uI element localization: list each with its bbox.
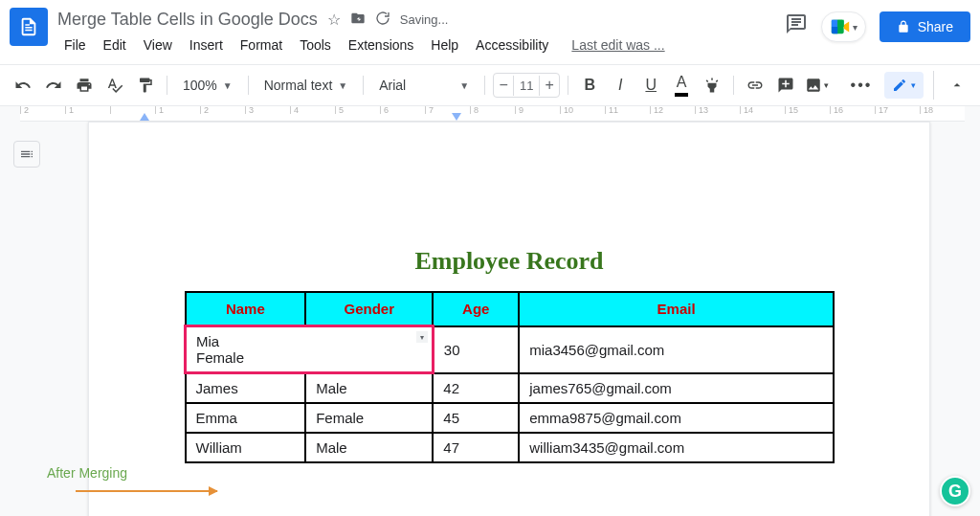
header-name[interactable]: Name [186,292,306,326]
paint-format-button[interactable] [132,72,159,99]
cloud-status-icon[interactable] [375,11,390,30]
grammarly-icon[interactable]: G [940,476,970,506]
cell[interactable]: william3435@gmail.com [519,433,834,462]
menu-view[interactable]: View [137,34,179,56]
meet-button[interactable]: ▾ [821,11,866,42]
menu-format[interactable]: Format [234,34,289,56]
cell[interactable]: James [186,373,306,404]
cell[interactable]: 42 [433,373,519,404]
app-header: Merge Table Cells in Google Docs ☆ Savin… [0,0,980,64]
fontsize-decrease[interactable]: − [494,74,513,97]
merged-cell[interactable]: ▾ Mia Female [186,326,434,373]
document-page[interactable]: After Merging Employee Record Name Gende… [88,122,930,516]
table-row: William Male 47 william3435@gmail.com [186,433,835,462]
cell[interactable]: Emma [186,403,306,433]
add-comment-button[interactable] [772,72,799,99]
italic-button[interactable]: I [607,72,634,99]
title-row: Merge Table Cells in Google Docs ☆ Savin… [57,6,785,30]
main-area: After Merging Employee Record Name Gende… [0,122,980,516]
move-icon[interactable] [350,11,366,30]
cell[interactable]: Male [305,373,433,404]
bold-button[interactable]: B [576,72,603,99]
last-edit-link[interactable]: Last edit was ... [565,34,671,56]
menu-accessibility[interactable]: Accessibility [469,34,555,56]
cell[interactable]: emma9875@gmail.com [519,403,834,433]
cell[interactable]: 47 [433,433,519,462]
menubar: File Edit View Insert Format Tools Exten… [57,30,785,64]
cell[interactable]: Male [305,433,433,462]
menu-tools[interactable]: Tools [293,34,338,56]
cell[interactable]: 45 [433,403,519,433]
header-age[interactable]: Age [433,292,519,326]
fontsize-value[interactable]: 11 [513,76,540,96]
annotation-arrow [76,490,217,492]
mode-dropdown[interactable]: ▾ [884,72,924,99]
insert-image-button[interactable]: ▾ [803,72,830,99]
comment-history-icon[interactable] [785,12,808,41]
menu-edit[interactable]: Edit [97,34,133,56]
print-button[interactable] [71,72,98,99]
share-label: Share [918,19,953,34]
cell[interactable]: Female [305,403,433,433]
highlight-button[interactable] [699,72,725,99]
cell[interactable]: William [186,433,306,462]
saving-status: Saving... [400,12,449,27]
right-indent-marker[interactable] [452,113,461,121]
hide-menus-button[interactable] [944,72,970,99]
outline-icon[interactable] [13,141,40,168]
redo-button[interactable] [40,72,67,99]
spellcheck-button[interactable] [101,72,128,99]
link-button[interactable] [742,72,768,99]
menu-extensions[interactable]: Extensions [342,34,420,56]
header-gender[interactable]: Gender [305,292,433,326]
svg-rect-2 [837,20,843,27]
header-email[interactable]: Email [519,292,834,326]
more-button[interactable]: ••• [848,72,875,99]
cell-dropdown-icon[interactable]: ▾ [416,331,428,343]
underline-button[interactable]: U [637,72,664,99]
svg-rect-1 [831,20,836,27]
docs-icon[interactable] [10,8,48,46]
font-dropdown[interactable]: Arial▼ [371,74,477,97]
font-size-control[interactable]: − 11 + [493,73,560,98]
text-color-button[interactable]: A [668,72,695,99]
document-title[interactable]: Employee Record [89,247,929,276]
menu-help[interactable]: Help [424,34,465,56]
menu-file[interactable]: File [57,34,93,56]
star-icon[interactable]: ☆ [327,11,341,29]
toolbar: 100%▼ Normal text▼ Arial▼ − 11 + B I U A… [0,64,980,106]
table-row: James Male 42 james765@gmail.com [186,373,835,404]
cell-age[interactable]: 30 [433,326,519,373]
table-row: ▾ Mia Female 30 mia3456@gmail.com [186,326,835,373]
employee-table[interactable]: Name Gender Age Email ▾ Mia Female 30 mi… [184,291,835,463]
ruler-wrap: 21123456789101112131415161718 [0,106,980,122]
cell-email[interactable]: mia3456@gmail.com [519,326,834,373]
fontsize-increase[interactable]: + [540,74,559,97]
style-dropdown[interactable]: Normal text▼ [256,74,355,97]
horizontal-ruler[interactable]: 21123456789101112131415161718 [20,106,965,122]
undo-button[interactable] [10,72,36,99]
annotation-label: After Merging [47,465,127,481]
menu-insert[interactable]: Insert [183,34,230,56]
cell[interactable]: james765@gmail.com [519,373,834,404]
zoom-dropdown[interactable]: 100%▼ [175,74,240,97]
left-indent-marker[interactable] [140,113,149,121]
share-button[interactable]: Share [880,11,970,42]
table-header-row: Name Gender Age Email [186,292,835,326]
table-row: Emma Female 45 emma9875@gmail.com [186,403,835,433]
doc-title[interactable]: Merge Table Cells in Google Docs [57,10,318,30]
